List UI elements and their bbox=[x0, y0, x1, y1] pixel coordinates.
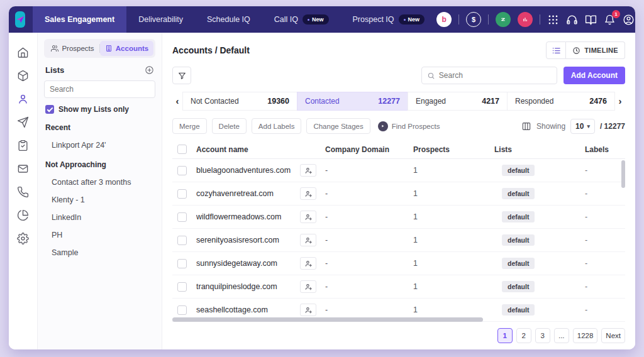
nav-call-iq[interactable]: Call IQ New bbox=[262, 6, 341, 33]
stage-tab-responded[interactable]: Responded 2476 bbox=[507, 92, 615, 111]
account-prospects-button[interactable] bbox=[300, 211, 316, 223]
company-domain-value: - bbox=[325, 212, 413, 221]
nav-schedule-iq[interactable]: Schedule IQ bbox=[195, 6, 262, 33]
account-prospects-button[interactable] bbox=[300, 280, 316, 293]
change-stages-button[interactable]: Change Stages bbox=[306, 118, 370, 134]
page-button-ellipsis[interactable]: ... bbox=[554, 328, 569, 343]
nav-prospect-iq[interactable]: Prospect IQ New bbox=[341, 6, 437, 33]
list-badge[interactable]: default bbox=[502, 211, 535, 222]
support-headset-icon[interactable] bbox=[566, 14, 578, 26]
products-package-icon[interactable] bbox=[17, 70, 29, 82]
green-app-icon[interactable] bbox=[496, 12, 511, 27]
prospects-person-icon[interactable] bbox=[17, 93, 29, 105]
stage-tab-engaged[interactable]: Engaged 4217 bbox=[408, 92, 507, 111]
filter-button[interactable] bbox=[172, 67, 191, 84]
vertical-scrollbar[interactable] bbox=[621, 160, 625, 188]
next-page-button[interactable]: Next bbox=[601, 328, 625, 343]
labels-value: - bbox=[574, 166, 625, 175]
account-name[interactable]: bluelagoonadventures.com bbox=[196, 166, 291, 175]
tab-accounts[interactable]: Accounts bbox=[100, 41, 153, 56]
row-checkbox[interactable] bbox=[177, 189, 187, 199]
account-prospects-button[interactable] bbox=[300, 304, 316, 316]
calls-phone-icon[interactable] bbox=[17, 186, 29, 198]
page-button-1[interactable]: 1 bbox=[497, 328, 513, 343]
find-prospects-button[interactable]: Find Prospects bbox=[378, 121, 440, 131]
knowledge-book-icon[interactable] bbox=[585, 14, 597, 26]
add-labels-button[interactable]: Add Labels bbox=[252, 118, 302, 134]
company-domain-value: - bbox=[325, 189, 413, 198]
sidebar-list-item[interactable]: LinkedIn bbox=[44, 209, 155, 226]
page-button-1228[interactable]: 1228 bbox=[573, 328, 598, 343]
accounts-search-input[interactable] bbox=[439, 71, 552, 80]
sidebar-list-item[interactable]: Sample bbox=[44, 244, 155, 261]
cadences-send-icon[interactable] bbox=[17, 116, 29, 128]
horizontal-scrollbar[interactable] bbox=[172, 317, 483, 322]
account-prospects-button[interactable] bbox=[300, 187, 316, 200]
apps-grid-icon[interactable] bbox=[547, 14, 559, 26]
account-name[interactable]: cozyhavenretreat.com bbox=[196, 189, 274, 198]
add-account-button[interactable]: Add Account bbox=[564, 67, 625, 84]
sidebar-list-item[interactable]: Contact after 3 months bbox=[44, 173, 155, 191]
mail-icon[interactable] bbox=[17, 163, 29, 175]
account-name[interactable]: seashellcottage.com bbox=[196, 305, 268, 314]
account-prospects-button[interactable] bbox=[300, 234, 316, 246]
add-list-icon[interactable] bbox=[145, 65, 154, 75]
row-checkbox[interactable] bbox=[177, 259, 187, 268]
account-name[interactable]: wildflowermeadows.com bbox=[196, 212, 281, 221]
chevron-right-icon[interactable]: › bbox=[615, 92, 625, 111]
account-name[interactable]: serenityoasisresort.com bbox=[196, 236, 279, 244]
delete-button[interactable]: Delete bbox=[212, 118, 247, 134]
list-badge[interactable]: default bbox=[502, 165, 535, 176]
home-icon[interactable] bbox=[17, 47, 29, 58]
stage-tab-not-contacted[interactable]: Not Contacted 19360 bbox=[182, 92, 297, 111]
find-prospects-label: Find Prospects bbox=[392, 123, 440, 130]
row-checkbox[interactable] bbox=[177, 282, 187, 292]
accounts-table: Account name Company Domain Prospects Li… bbox=[172, 140, 625, 322]
chevron-left-icon[interactable]: ‹ bbox=[172, 92, 182, 111]
user-account-icon[interactable] bbox=[623, 14, 635, 26]
select-all-checkbox[interactable] bbox=[177, 145, 187, 154]
tab-label: Prospects bbox=[62, 45, 94, 52]
page-size-select[interactable]: 10 ▾ bbox=[570, 119, 595, 134]
list-badge[interactable]: default bbox=[502, 258, 535, 269]
nav-sales-engagement[interactable]: Sales Engagement bbox=[33, 6, 126, 33]
columns-icon[interactable] bbox=[521, 121, 531, 131]
row-checkbox[interactable] bbox=[177, 236, 187, 245]
sidebar-list-item[interactable]: Klenty - 1 bbox=[44, 191, 155, 209]
settings-gear-icon[interactable] bbox=[17, 233, 29, 244]
brand-letter: b bbox=[441, 15, 446, 24]
list-badge[interactable]: default bbox=[502, 281, 535, 292]
list-badge[interactable]: default bbox=[502, 234, 535, 246]
row-checkbox[interactable] bbox=[177, 305, 187, 315]
account-prospects-button[interactable] bbox=[300, 164, 316, 177]
brand-logo[interactable] bbox=[15, 11, 25, 28]
stage-tab-contacted[interactable]: Contacted 12277 bbox=[297, 92, 408, 111]
sidebar-list-item[interactable]: Linkport Apr 24' bbox=[44, 136, 155, 154]
timeline-button[interactable]: TIMELINE bbox=[566, 41, 625, 59]
account-prospects-button[interactable] bbox=[300, 257, 316, 270]
tasks-clipboard-icon[interactable] bbox=[17, 140, 29, 151]
page-button-2[interactable]: 2 bbox=[516, 328, 531, 343]
reports-pie-chart-icon[interactable] bbox=[17, 209, 29, 221]
account-name[interactable]: sunnysidegetaway.com bbox=[196, 259, 277, 268]
list-view-icon bbox=[552, 46, 561, 55]
red-chart-app-icon[interactable] bbox=[518, 12, 533, 27]
company-domain-value: - bbox=[325, 282, 413, 291]
table-row: tranquilpineslodge.com - 1 default - bbox=[172, 275, 625, 299]
sidebar-search-input[interactable] bbox=[50, 85, 150, 94]
row-checkbox[interactable] bbox=[177, 166, 187, 175]
nav-deliverability[interactable]: Deliverability bbox=[126, 6, 195, 33]
notifications-bell-icon[interactable]: 1 bbox=[604, 14, 616, 26]
row-checkbox[interactable] bbox=[177, 212, 187, 222]
list-view-button[interactable] bbox=[546, 41, 566, 59]
tab-prospects[interactable]: Prospects bbox=[46, 41, 99, 56]
account-name[interactable]: tranquilpineslodge.com bbox=[196, 282, 277, 291]
page-button-3[interactable]: 3 bbox=[535, 328, 550, 343]
show-my-lists-checkbox[interactable] bbox=[45, 105, 54, 114]
brand-app-icon[interactable]: b bbox=[436, 12, 452, 27]
list-badge[interactable]: default bbox=[502, 304, 535, 316]
merge-button[interactable]: Merge bbox=[172, 118, 207, 134]
dollar-icon[interactable]: $ bbox=[466, 12, 481, 27]
sidebar-list-item[interactable]: PH bbox=[44, 226, 155, 244]
list-badge[interactable]: default bbox=[502, 188, 535, 199]
